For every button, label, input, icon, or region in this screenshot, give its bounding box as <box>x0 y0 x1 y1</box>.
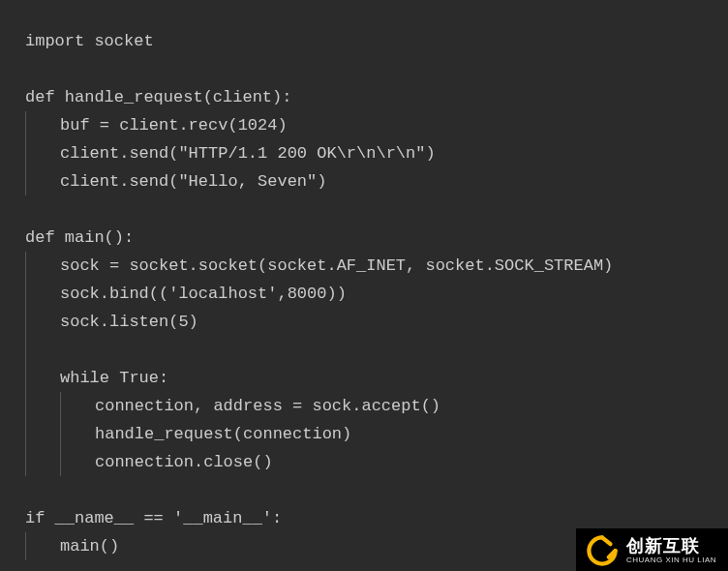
code-line <box>25 336 728 364</box>
code-block: import socket def handle_request(client)… <box>0 0 728 560</box>
watermark-subtitle: CHUANG XIN HU LIAN <box>626 556 716 565</box>
code-text <box>60 336 70 364</box>
code-text: handle_request(connection) <box>95 420 351 448</box>
code-line: sock.listen(5) <box>25 308 728 336</box>
code-text: sock.listen(5) <box>60 308 198 336</box>
code-line <box>25 55 728 83</box>
code-line: def main(): <box>25 224 728 252</box>
code-text: def handle_request(client): <box>25 83 291 111</box>
watermark-badge: 创新互联 CHUANG XIN HU LIAN <box>576 528 728 571</box>
code-line: def handle_request(client): <box>25 83 728 111</box>
code-line: connection, address = sock.accept() <box>25 392 728 420</box>
code-text: while True: <box>60 364 168 392</box>
code-line: handle_request(connection) <box>25 420 728 448</box>
watermark-logo-icon <box>586 534 619 567</box>
code-line <box>25 195 728 224</box>
code-text: def main(): <box>25 224 134 252</box>
code-text: import socket <box>25 27 154 55</box>
code-text: main() <box>60 532 119 560</box>
code-line: client.send("HTTP/1.1 200 OK\r\n\r\n") <box>25 139 728 167</box>
code-text: if __name__ == '__main__': <box>25 504 282 532</box>
code-line: sock = socket.socket(socket.AF_INET, soc… <box>25 252 728 280</box>
code-text: client.send("Hello, Seven") <box>60 167 326 195</box>
code-line: sock.bind(('localhost',8000)) <box>25 280 728 308</box>
code-line <box>25 476 728 504</box>
code-line: while True: <box>25 364 728 392</box>
code-text: client.send("HTTP/1.1 200 OK\r\n\r\n") <box>60 139 436 167</box>
code-text: connection, address = sock.accept() <box>95 392 440 420</box>
code-line: connection.close() <box>25 448 728 476</box>
code-text: buf = client.recv(1024) <box>60 111 288 139</box>
watermark-title: 创新互联 <box>626 537 716 556</box>
code-line: import socket <box>25 27 728 55</box>
code-text: sock.bind(('localhost',8000)) <box>60 280 347 308</box>
code-text: sock = socket.socket(socket.AF_INET, soc… <box>60 252 613 280</box>
code-line: buf = client.recv(1024) <box>25 111 728 139</box>
code-text: connection.close() <box>95 448 273 476</box>
code-line: client.send("Hello, Seven") <box>25 167 728 195</box>
